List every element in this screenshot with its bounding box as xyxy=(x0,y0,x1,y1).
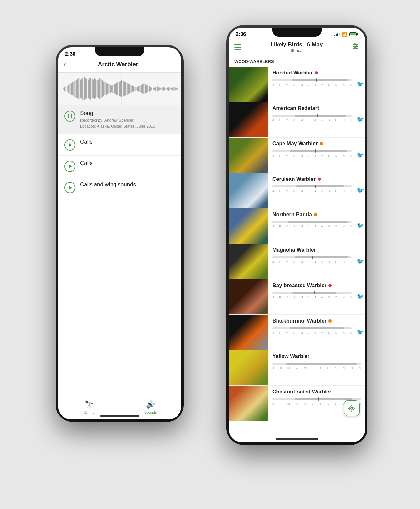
svg-rect-53 xyxy=(131,85,132,93)
svg-rect-85 xyxy=(172,87,173,90)
tab-id-info-label: ID Info xyxy=(84,410,94,414)
bird-name-row: Bay-breasted Warbler xyxy=(272,283,352,288)
bird-name-label: Cerulean Warbler xyxy=(272,176,316,182)
home-indicator-2 xyxy=(276,438,318,440)
range-peak xyxy=(315,149,316,153)
bird-silhouette-icon: 🐦 xyxy=(357,329,364,335)
svg-rect-88 xyxy=(176,88,177,89)
svg-marker-93 xyxy=(69,143,72,147)
home-indicator-1 xyxy=(100,415,139,417)
tab-sounds-label: Sounds xyxy=(144,410,157,414)
bird-row[interactable]: Yellow WarblerJFMAMJJASOND xyxy=(229,350,365,386)
bird-row[interactable]: Bay-breasted WarblerJFMAMJJASOND🐦 xyxy=(229,279,365,315)
svg-rect-61 xyxy=(141,85,142,93)
month-labels: JFMAMJJASOND xyxy=(272,118,352,122)
p1-navigation: ‹ Arctic Warbler xyxy=(58,58,181,73)
svg-rect-4 xyxy=(67,86,68,91)
bird-name-label: Magnolia Warbler xyxy=(272,247,316,253)
bird-name-row: Magnolia Warbler xyxy=(272,247,352,253)
bird-photo xyxy=(229,315,268,350)
svg-rect-49 xyxy=(125,82,126,95)
bird-info: American RedstartJFMAMJJASOND xyxy=(268,102,356,137)
svg-rect-78 xyxy=(163,87,164,91)
svg-rect-22 xyxy=(90,77,91,99)
play-button-calls1[interactable] xyxy=(64,139,75,151)
range-fill xyxy=(295,115,346,117)
bird-silhouette-col: 🐦 xyxy=(356,173,365,208)
status-time-1: 2:38 xyxy=(65,51,75,57)
range-fill xyxy=(295,398,352,400)
bird-name-row: Blackburnian Warbler xyxy=(272,318,352,324)
range-peak xyxy=(312,256,313,259)
range-bar xyxy=(272,361,361,366)
svg-rect-31 xyxy=(102,80,103,97)
svg-rect-87 xyxy=(175,87,176,90)
bird-info: Cape May WarblerJFMAMJJASOND xyxy=(268,138,356,173)
range-track xyxy=(272,115,352,117)
sound-name-calls-wing: Calls and wing sounds xyxy=(80,181,175,188)
bird-silhouette-icon: 🐦 xyxy=(357,223,364,229)
range-peak xyxy=(315,185,316,188)
bird-name-label: Yellow Warbler xyxy=(272,353,309,359)
bird-row[interactable]: Cerulean WarblerJFMAMJJASOND🐦 xyxy=(229,173,365,208)
svg-rect-55 xyxy=(133,86,134,91)
bird-row[interactable]: Northern ParulaJFMAMJJASOND🐦 xyxy=(229,208,365,244)
bird-list[interactable]: Hooded WarblerJFMAMJJASOND🐦American Reds… xyxy=(229,67,365,422)
play-button-calls-wing[interactable] xyxy=(64,182,75,193)
range-fill xyxy=(290,150,347,152)
sound-info-song: Song Recorded by: Andrew Spencer Locatio… xyxy=(80,110,175,129)
filter-button[interactable] xyxy=(352,42,360,52)
range-bar xyxy=(272,184,352,189)
bird-row[interactable]: Hooded WarblerJFMAMJJASOND🐦 xyxy=(229,67,365,102)
pause-button-song[interactable] xyxy=(64,111,75,122)
tab-id-info[interactable]: 🔭 ID Info xyxy=(58,398,120,414)
play-button-calls2[interactable] xyxy=(64,161,75,172)
bird-name-label: Blackburnian Warbler xyxy=(272,318,326,324)
menu-button[interactable] xyxy=(234,44,242,50)
svg-rect-56 xyxy=(135,87,136,91)
bird-row[interactable]: Blackburnian WarblerJFMAMJJASOND🐦 xyxy=(229,315,365,350)
bird-row[interactable]: American RedstartJFMAMJJASOND🐦 xyxy=(229,102,365,138)
svg-rect-66 xyxy=(147,85,148,92)
range-track xyxy=(272,363,361,365)
bird-info: Cerulean WarblerJFMAMJJASOND xyxy=(268,173,356,208)
bird-name-row: Cerulean Warbler xyxy=(272,176,352,182)
sound-item-calls1[interactable]: Calls xyxy=(58,134,181,156)
sound-list: Song Recorded by: Andrew Spencer Locatio… xyxy=(58,105,181,198)
svg-rect-9 xyxy=(73,81,74,96)
location-button[interactable] xyxy=(344,400,360,416)
month-labels: JFMAMJJASOND xyxy=(272,260,352,264)
range-fill xyxy=(286,363,357,365)
svg-rect-73 xyxy=(157,86,158,91)
bird-photo xyxy=(229,138,268,173)
tab-sounds[interactable]: 🔊 Sounds xyxy=(120,398,181,414)
bird-silhouette-icon: 🐦 xyxy=(357,81,364,87)
svg-marker-95 xyxy=(69,186,72,190)
range-bar xyxy=(272,326,352,330)
svg-rect-77 xyxy=(162,87,163,90)
svg-rect-67 xyxy=(149,86,150,91)
back-button[interactable]: ‹ xyxy=(64,60,66,69)
svg-rect-11 xyxy=(76,79,77,97)
sound-item-song[interactable]: Song Recorded by: Andrew Spencer Locatio… xyxy=(58,105,181,134)
svg-rect-57 xyxy=(136,87,137,90)
svg-rect-28 xyxy=(98,79,99,97)
range-track xyxy=(272,185,352,187)
sound-item-calls-wing[interactable]: Calls and wing sounds xyxy=(58,177,181,198)
status-dot xyxy=(318,178,321,181)
phone1-screen: 2:38 ‹ Arctic Warbler xyxy=(58,47,181,419)
svg-rect-42 xyxy=(116,83,117,95)
range-track xyxy=(272,327,352,329)
phone-sounds: 2:38 ‹ Arctic Warbler xyxy=(56,45,184,422)
bird-name-label: Cape May Warbler xyxy=(272,141,318,147)
svg-rect-32 xyxy=(103,81,104,96)
bird-silhouette-col: 🐦 xyxy=(356,67,365,102)
svg-rect-10 xyxy=(74,80,75,97)
waveform-container[interactable] xyxy=(58,73,181,105)
sound-item-calls2[interactable]: Calls xyxy=(58,156,181,177)
bird-info: Blackburnian WarblerJFMAMJJASOND xyxy=(268,315,356,350)
range-track xyxy=(272,398,361,400)
bird-row[interactable]: Cape May WarblerJFMAMJJASOND🐦 xyxy=(229,138,365,173)
bird-row[interactable]: Magnolia WarblerJFMAMJJASOND🐦 xyxy=(229,244,365,279)
sound-name-calls2: Calls xyxy=(80,160,175,167)
